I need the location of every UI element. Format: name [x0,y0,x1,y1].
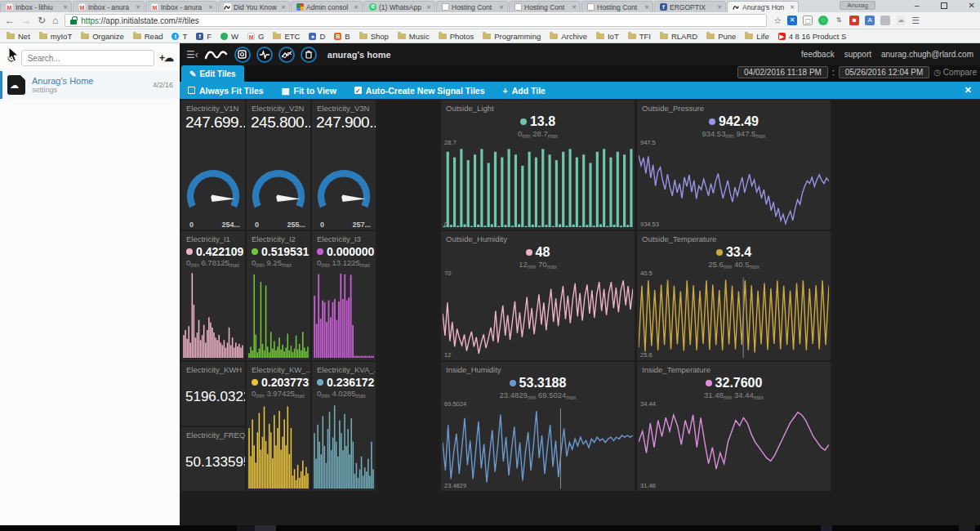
browser-tab-10[interactable]: fERGOPTIX✕ [654,1,726,12]
tab-close-icon[interactable]: ✕ [572,4,577,11]
always-fit-tiles-checkbox[interactable]: Always Fit Tiles [188,86,264,96]
tile-outside-light[interactable]: Outside_Light13.80min 28.7max28.70 [441,100,635,230]
bookmark-iot[interactable]: IoT [596,32,619,41]
bookmark-f[interactable]: fF [196,32,212,41]
toolbar-close-icon[interactable]: ✕ [964,85,972,96]
bookmark-d[interactable]: ●D [309,32,325,41]
bookmark-programming[interactable]: Programming [483,32,541,41]
app-bucket-icon[interactable] [301,47,317,63]
windows-taskbar[interactable] [0,525,980,531]
tile-electricity-i3[interactable]: Electricity_I30.0000000min 13.1225max [312,231,376,360]
browser-tab-3[interactable]: MInbox - anura✕ [145,1,217,12]
extension-icon-6[interactable]: A [865,16,875,25]
extension-icon-2[interactable]: ▢ [803,16,813,25]
browser-tab-1[interactable]: MInbox - lithiu✕ [0,1,72,12]
extension-icon-5[interactable]: ■ [849,16,859,25]
bookmark-net[interactable]: Net [7,32,30,41]
account-link[interactable]: anurag.chugh@rlard.com [881,50,973,59]
tile-electricity-freq[interactable]: Electricity_FREQ50.133595 [181,427,245,491]
tile-electricity-v3n[interactable]: Electricity_V3N247.900...0257... [312,100,376,230]
compare-button[interactable]: ◷ Compare [933,68,977,77]
tab-close-icon[interactable]: ✕ [499,4,504,11]
support-link[interactable]: support [844,50,871,59]
bucket-list-item[interactable]: Anurag's Home settings 4/2/16 [0,71,180,99]
bookmark-music[interactable]: Music [398,32,430,41]
browser-tab-6[interactable]: ✆(1) WhatsApp✕ [363,1,435,12]
minimize-button[interactable]: – [915,1,920,11]
bookmark-pune[interactable]: Pune [706,32,736,41]
tab-close-icon[interactable]: ✕ [354,4,359,11]
extension-icon-7[interactable] [880,16,890,25]
sidebar-collapse-icon[interactable]: ☰‹ [186,49,198,60]
browser-tab-9[interactable]: Hosting Cont✕ [581,1,653,12]
extension-icon-1[interactable]: ✕ [787,16,797,25]
browser-profile-chip[interactable]: Anurag [840,1,875,10]
bookmark-g[interactable]: MG [247,32,264,41]
bookmark-myiot[interactable]: myIoT [39,32,72,41]
extension-icon-8[interactable]: ☁ [896,16,906,25]
extension-icon-4[interactable]: ⇅ [834,16,844,25]
tile-electricity-kwh[interactable]: Electricity_KWH5196.032227 [181,362,245,426]
lines-app-icon[interactable] [278,47,295,63]
search-input[interactable] [21,50,154,66]
tile-electricity-i1[interactable]: Electricity_I10.4221090min 6.78125max [181,231,245,360]
bookmark-w[interactable]: W [220,32,238,41]
address-bar[interactable]: https://app.initialstate.com/#/tiles [65,14,767,27]
feedback-link[interactable]: feedback [801,50,835,59]
bookmark-photos[interactable]: Photos [439,32,474,41]
browser-tab-8[interactable]: Hosting Cont✕ [509,1,581,12]
tiles-app-icon[interactable] [234,47,251,63]
tile-electricity-kw[interactable]: Electricity_KW_...0.2037730min 3.97425ma… [247,362,310,491]
tab-close-icon[interactable]: ✕ [717,4,722,11]
bookmark-tfi[interactable]: TFI [628,32,651,41]
bookmark-4-8-16-product-s[interactable]: ▶4 8 16 Product S [778,32,847,41]
tile-outside-pressure[interactable]: Outside_Pressure942.49934.53min 947.5max… [637,100,831,230]
auto-create-checkbox[interactable]: ✓ Auto-Create New Signal Tiles [354,86,485,96]
edit-tiles-tab[interactable]: ✎ Edit Tiles [181,65,244,82]
bookmark-life[interactable]: Life [745,32,768,41]
bookmark-rlard[interactable]: RLARD [660,32,697,41]
tile-electricity-i2[interactable]: Electricity_I20.5195310min 9.25max [247,231,310,360]
chrome-menu-icon[interactable]: ☰ [911,16,920,26]
browser-tab-5[interactable]: Admin consol✕ [291,1,363,12]
home-icon[interactable]: ⌂ [52,15,58,26]
start-date-input[interactable]: 04/02/2016 11:18 PM [737,66,828,78]
bookmark-organize[interactable]: Organize [81,32,124,41]
bookmark-star-icon[interactable]: ☆ [773,16,782,26]
tab-close-icon[interactable]: ✕ [790,4,795,11]
tile-outside-temperature[interactable]: Outside_Temperature33.425.6min 40.5max40… [637,231,831,360]
tile-inside-humidity[interactable]: Inside_Humidity53.318823.4829min 69.5024… [441,362,635,491]
bookmark-b[interactable]: BB [334,32,350,41]
add-tile-button[interactable]: + Add Tile [503,86,546,96]
waves-app-icon[interactable] [256,47,273,63]
close-button[interactable]: ✕ [969,1,975,11]
bookmark-t[interactable]: tT [172,32,187,41]
tab-close-icon[interactable]: ✕ [426,4,431,11]
tile-electricity-v1n[interactable]: Electricity_V1N247.699...0254... [181,100,245,230]
gear-icon[interactable]: ⚙ [7,52,16,65]
tile-outside-humidity[interactable]: Outside_Humidity4812min 70max7012 [441,231,635,360]
browser-tab-11[interactable]: Anurag's Hon✕ [727,1,799,12]
extension-icon-3[interactable]: ◌ [818,16,828,25]
tile-inside-temperature[interactable]: Inside_Temperature32.760031.48min 34.44m… [637,362,831,491]
bookmark-read[interactable]: Read [133,32,163,41]
end-date-input[interactable]: 05/26/2016 12:04 PM [839,66,930,78]
tab-close-icon[interactable]: ✕ [644,4,649,11]
add-bucket-button[interactable]: +☁ [159,52,173,64]
bookmark-archive[interactable]: Archive [550,32,587,41]
tab-close-icon[interactable]: ✕ [281,4,286,11]
bucket-settings-link[interactable]: settings [32,86,146,94]
browser-tab-7[interactable]: Hosting Cont✕ [436,1,508,12]
tab-close-icon[interactable]: ✕ [208,4,213,11]
tile-electricity-kva[interactable]: Electricity_KVA_...0.2361720min 4.0285ma… [312,362,376,491]
bookmark-shop[interactable]: Shop [359,32,389,41]
browser-tab-2[interactable]: MInbox - anura✕ [73,1,145,12]
fit-to-view-button[interactable]: ▦ Fit to View [282,86,336,96]
restore-button[interactable] [941,2,947,9]
bucket-name[interactable]: Anurag's Home [32,76,146,86]
tab-close-icon[interactable]: ✕ [136,4,140,11]
tile-electricity-v2n[interactable]: Electricity_V2N245.800...0255... [247,100,310,230]
reload-icon[interactable]: ↻ [38,15,46,26]
browser-tab-4[interactable]: Did You Know✕ [218,1,290,12]
back-icon[interactable]: ← [5,15,15,26]
